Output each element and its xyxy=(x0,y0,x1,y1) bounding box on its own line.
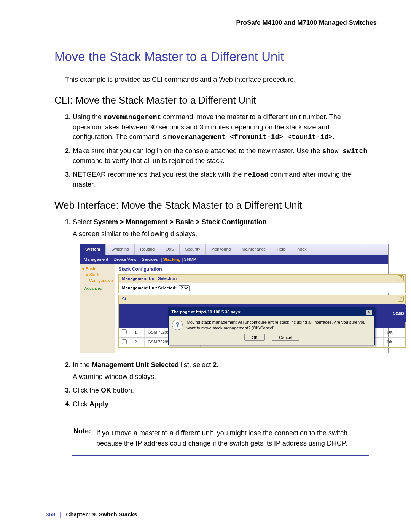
panel-stack-list: St Status The page at http://10.100.5.33… xyxy=(118,295,406,347)
code: movemanagement xyxy=(104,113,161,121)
ok-button[interactable]: OK xyxy=(244,334,265,341)
code: show switch xyxy=(322,147,367,155)
chapter-label: Chapter 19. Switch Stacks xyxy=(66,511,137,518)
subnav-item[interactable]: Management xyxy=(84,257,108,262)
sidebar-configuration[interactable]: Configuration xyxy=(89,278,113,283)
product-header: ProSafe M4100 and M7100 Managed Switches xyxy=(54,19,377,27)
web-heading: Web Interface: Move the Stack Master to … xyxy=(54,200,377,211)
subnav-active[interactable]: Stacking xyxy=(163,257,181,262)
code: movemanagement <fromunit-id> <tounit-id> xyxy=(168,133,333,141)
sidebar-stack[interactable]: » Stack xyxy=(86,272,113,278)
sidebar: ▾ Basic » Stack Configuration › Advanced xyxy=(80,264,115,353)
web-step-3: Click the OK button. xyxy=(73,386,369,396)
subnav: Management| Device View| Services| Stack… xyxy=(80,255,388,264)
mgmt-unit-select[interactable]: 2 xyxy=(179,285,190,291)
web-steps: Select System > Management > Basic > Sta… xyxy=(54,217,369,409)
tab-index[interactable]: Index xyxy=(291,244,312,255)
sidebar-advanced[interactable]: › Advanced xyxy=(82,286,113,291)
cli-step-2: Make sure that you can log in on the con… xyxy=(73,146,369,166)
separator-icon: | xyxy=(60,511,61,518)
subnav-item[interactable]: Services xyxy=(142,257,158,262)
cli-step-1: Using the movemanagement command, move t… xyxy=(73,112,369,142)
web-step-2: In the Management Unit Selected list, se… xyxy=(73,360,369,382)
tab-system[interactable]: System xyxy=(80,244,106,255)
page-footer: 368 | Chapter 19. Switch Stacks xyxy=(46,511,137,518)
web-step-1: Select System > Management > Basic > Sta… xyxy=(73,217,369,353)
status-column-header: Status xyxy=(391,305,406,322)
subnav-item[interactable]: SNMP xyxy=(184,257,196,262)
dialog-message: Moving stack management will unconfigure… xyxy=(186,320,371,331)
code: reload xyxy=(244,171,268,179)
web-step-4: Click Apply. xyxy=(73,399,369,409)
tab-security[interactable]: Security xyxy=(180,244,206,255)
cli-steps: Using the movemanagement command, move t… xyxy=(54,112,369,190)
row-checkbox[interactable] xyxy=(122,329,127,334)
note-block: Note: If you move a master to a differen… xyxy=(72,420,369,456)
tab-qos[interactable]: QoS xyxy=(160,244,180,255)
subnav-item[interactable]: Device View xyxy=(113,257,136,262)
page-number: 368 xyxy=(46,511,55,518)
intro-text: This example is provided as CLI commands… xyxy=(54,75,377,85)
top-tabs: System Switching Routing QoS Security Mo… xyxy=(80,244,388,255)
sidebar-basic[interactable]: ▾ Basic xyxy=(82,266,113,272)
dialog-title: The page at http://10.100.5.33 says: xyxy=(171,309,241,315)
cli-heading: CLI: Move the Stack Master to a Differen… xyxy=(54,94,377,106)
panel-header: Management Unit Selection xyxy=(119,275,405,283)
tab-switching[interactable]: Switching xyxy=(106,244,135,255)
note-label: Note: xyxy=(73,427,91,435)
close-icon[interactable]: × xyxy=(366,310,372,315)
page-title: Move the Stack Master to a Different Uni… xyxy=(54,50,377,64)
embedded-screenshot: System Switching Routing QoS Security Mo… xyxy=(80,244,389,353)
tab-help[interactable]: Help xyxy=(271,244,291,255)
row-checkbox[interactable] xyxy=(122,339,127,344)
tab-routing[interactable]: Routing xyxy=(135,244,160,255)
note-text: If you move a master to a different unit… xyxy=(96,428,368,449)
panel-title: Stack Configuration xyxy=(118,266,406,273)
cancel-button[interactable]: Cancel xyxy=(272,334,299,341)
warning-dialog: The page at http://10.100.5.33 says: × ?… xyxy=(168,307,375,345)
panel-mgmt-unit: Management Unit Selection Management Uni… xyxy=(118,274,406,293)
question-icon: ? xyxy=(172,320,183,330)
tab-maintenance[interactable]: Maintenance xyxy=(236,244,271,255)
panel-header: St xyxy=(119,295,405,304)
cli-step-3: NETGEAR recommends that you rest the sta… xyxy=(73,170,369,190)
select-label: Management Unit Selected: xyxy=(122,285,177,291)
tab-monitoring[interactable]: Monitoring xyxy=(206,244,236,255)
